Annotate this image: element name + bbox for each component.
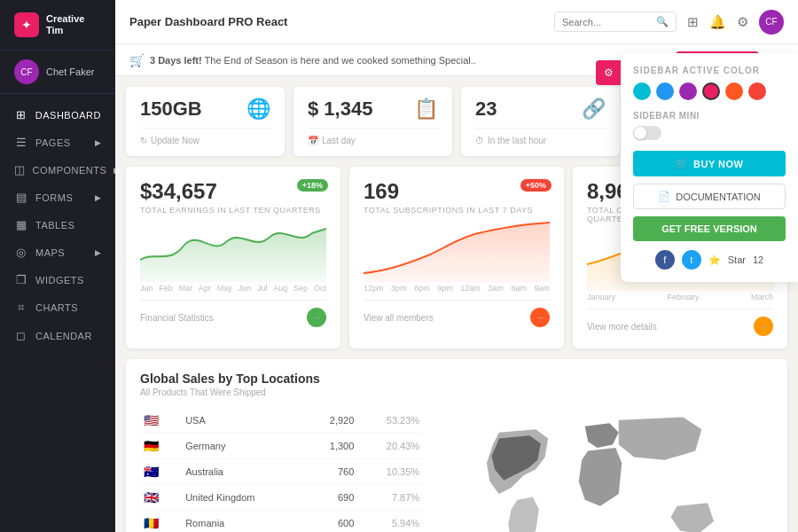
username: Chet Faker <box>46 66 94 77</box>
table-row: 🇺🇸 USA 2,920 53.23% <box>140 408 423 434</box>
clock-icon: ⏱ <box>475 136 484 145</box>
sidebar-item-label: PAGES <box>35 137 71 148</box>
gear-icon[interactable]: ⚙ <box>737 14 748 30</box>
color-red[interactable] <box>748 82 766 100</box>
sidebar-item-widgets[interactable]: ❒ WIDGETS <box>0 266 115 293</box>
nav-icon: ◎ <box>14 246 28 259</box>
promo-emoji: 🛒 <box>129 53 145 67</box>
sidebar-item-label: DASHBOARD <box>35 110 101 121</box>
country-flag: 🇩🇪 <box>140 434 182 459</box>
country-value: 1,300 <box>307 434 358 459</box>
search-input[interactable] <box>562 17 651 27</box>
global-sales-subtitle: All Products That Were Shipped <box>140 387 773 397</box>
table-row: 🇬🇧 United Kingdom 690 7.87% <box>140 485 423 511</box>
color-options <box>633 82 786 100</box>
stat-card-revenue: $ 1,345 📋 📅 Last day <box>293 87 452 156</box>
chevron-right-icon: ▶ <box>95 138 102 147</box>
issues-footer-text: View more details <box>587 322 657 332</box>
topbar-right: 🔍 ⊞ 🔔 ⚙ CF <box>554 10 784 35</box>
color-pink[interactable] <box>702 82 720 100</box>
subscriptions-chart-area <box>364 220 550 282</box>
sidebar-item-pages[interactable]: ☰ PAGES ▶ <box>0 129 115 156</box>
earnings-chart-card: +18% $34,657 TOTAL EARNINGS IN LAST TEN … <box>126 167 340 348</box>
sidebar-item-calendar[interactable]: ◻ CALENDAR <box>0 322 115 349</box>
toggle-container[interactable] <box>633 126 786 140</box>
sidebar-user[interactable]: CF Chet Faker <box>0 51 115 94</box>
revenue-meta: 📅 Last day <box>308 136 438 145</box>
twitter-icon[interactable]: t <box>682 250 701 270</box>
sidebar-item-maps[interactable]: ◎ MAPS ▶ <box>0 239 115 266</box>
sidebar-item-tables[interactable]: ▦ TABLES <box>0 211 115 239</box>
sidebar-mini-toggle[interactable] <box>633 126 661 140</box>
subscriptions-chart-svg <box>364 220 550 282</box>
nav-icon: ☰ <box>14 136 28 149</box>
stat-card-errors: 23 🔗 ⏱ In the last hour <box>461 87 620 156</box>
color-teal[interactable] <box>633 82 651 100</box>
earnings-footer-text: Financial Statistics <box>140 313 214 323</box>
sidebar-item-forms[interactable]: ▤ FORMS ▶ <box>0 184 115 211</box>
table-row: 🇩🇪 Germany 1,300 20.43% <box>140 434 423 459</box>
nav-icon: ❒ <box>14 273 28 286</box>
buy-now-button[interactable]: 🛒 BUY NOW <box>633 151 786 176</box>
country-value: 600 <box>307 511 358 533</box>
subscriptions-footer-text: View all members <box>364 313 434 323</box>
free-version-button[interactable]: GET FREE VERSION <box>633 216 786 241</box>
topbar-avatar[interactable]: CF <box>759 10 784 35</box>
country-percent: 20.43% <box>357 434 423 459</box>
brand-name: CreativeTim <box>46 13 84 36</box>
errors-icon: 🔗 <box>582 98 606 121</box>
country-table: 🇺🇸 USA 2,920 53.23% 🇩🇪 Germany 1,300 20.… <box>140 408 423 532</box>
brand-icon: ✦ <box>14 12 39 37</box>
revenue-value: $ 1,345 <box>308 98 372 121</box>
subscriptions-badge: +50% <box>520 179 552 192</box>
subscriptions-title: TOTAL SUBSCRIPTIONS IN LAST 7 DAYS <box>364 206 550 215</box>
doc-icon: 📄 <box>658 191 670 202</box>
global-sales-title: Global Sales by Top Locations <box>140 372 773 386</box>
facebook-icon[interactable]: f <box>655 250 675 270</box>
country-flag: 🇬🇧 <box>140 485 182 511</box>
sidebar-item-dashboard[interactable]: ⊞ DASHBOARD <box>0 101 115 129</box>
issues-footer: View more details → <box>587 317 773 336</box>
github-row: f t ⭐ Star 12 <box>633 250 786 270</box>
global-sales-section: Global Sales by Top Locations All Produc… <box>126 359 787 532</box>
sidebar-item-charts[interactable]: ⌗ CHARTS <box>0 293 115 322</box>
earnings-chart-area <box>140 220 326 282</box>
calendar-icon: 📅 <box>308 136 318 145</box>
country-percent: 10.35% <box>357 459 423 485</box>
sidebar-item-label: CALENDAR <box>35 331 92 341</box>
country-name: United Kingdom <box>182 485 306 511</box>
star-icon: ⭐ <box>708 254 721 266</box>
bandwidth-value: 150GB <box>140 98 202 121</box>
star-label: Star <box>728 254 746 265</box>
color-blue[interactable] <box>656 82 674 100</box>
grid-icon[interactable]: ⊞ <box>687 14 699 30</box>
errors-value: 23 <box>475 98 497 121</box>
color-purple[interactable] <box>679 82 697 100</box>
country-value: 2,920 <box>307 408 358 434</box>
bell-icon[interactable]: 🔔 <box>709 14 726 30</box>
sidebar-item-label: TABLES <box>35 220 74 231</box>
country-name: Australia <box>182 459 306 485</box>
earnings-footer-dot[interactable]: → <box>307 308 326 327</box>
toggle-knob <box>634 127 646 139</box>
revenue-icon: 📋 <box>414 98 438 121</box>
issues-footer-dot[interactable]: → <box>754 317 773 336</box>
bandwidth-meta: ↻ Update Now <box>140 136 270 145</box>
country-flag: 🇺🇸 <box>140 408 182 434</box>
country-value: 690 <box>307 485 358 511</box>
settings-tab[interactable]: ⚙ <box>596 60 621 85</box>
sidebar-brand[interactable]: ✦ CreativeTim <box>0 0 115 51</box>
country-name: Germany <box>182 434 306 459</box>
nav-icon: ⊞ <box>14 108 28 121</box>
world-map-svg <box>434 408 773 532</box>
sidebar-item-label: WIDGETS <box>35 275 84 286</box>
sidebar-item-components[interactable]: ◫ COMPONENTS ▶ <box>0 156 115 184</box>
documentation-button[interactable]: 📄 DOCUMENTATION <box>633 184 786 209</box>
color-orange[interactable] <box>725 82 743 100</box>
subscriptions-chart-card: +50% 169 TOTAL SUBSCRIPTIONS IN LAST 7 D… <box>349 167 564 348</box>
subscriptions-footer-dot[interactable]: → <box>530 308 550 327</box>
search-box[interactable]: 🔍 <box>554 12 677 32</box>
sales-row: 🇺🇸 USA 2,920 53.23% 🇩🇪 Germany 1,300 20.… <box>140 408 773 532</box>
chevron-right-icon: ▶ <box>95 193 102 202</box>
country-value: 760 <box>307 459 358 485</box>
